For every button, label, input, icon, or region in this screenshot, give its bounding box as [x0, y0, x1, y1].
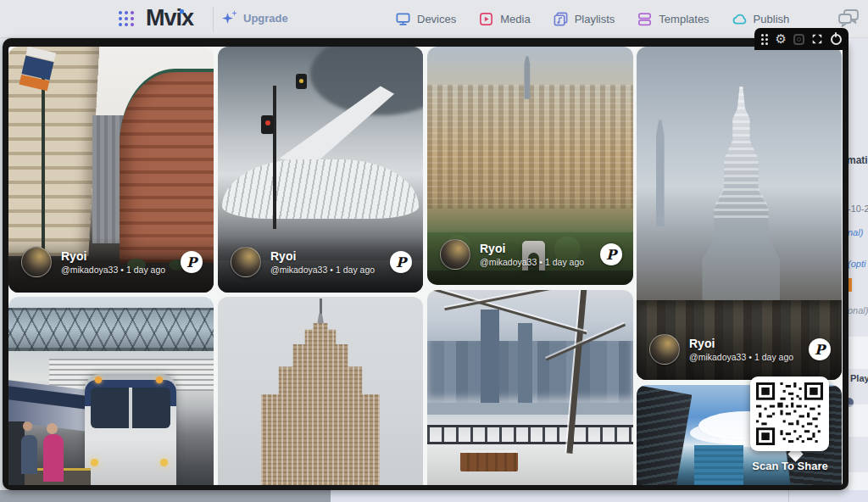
bg-text-fragment: Playl — [850, 373, 868, 383]
photo-layer — [649, 120, 672, 226]
photo-layer — [427, 85, 633, 209]
grid-dot — [131, 23, 134, 26]
avatar — [649, 334, 680, 365]
nav-label: Templates — [659, 13, 709, 25]
pinterest-icon: P — [809, 338, 831, 360]
grid-dot — [131, 11, 134, 14]
author-handle: @mikadoya33 — [689, 352, 746, 362]
photo-layer — [222, 159, 419, 219]
pinterest-icon: P — [390, 251, 412, 273]
monitor-icon — [395, 11, 411, 27]
post-time: 1 day ago — [754, 352, 793, 362]
preview-grid-button[interactable] — [761, 34, 768, 45]
bg-bottom-scroll-area[interactable] — [0, 490, 331, 502]
nav-label: Publish — [754, 13, 790, 25]
preview-settings-button[interactable]: ⚙ — [776, 33, 787, 46]
bg-bottom-divider — [788, 490, 789, 502]
topbar-divider — [213, 7, 214, 32]
apps-grid-icon[interactable] — [119, 11, 136, 29]
photo-layer — [427, 403, 633, 415]
grid-dot — [131, 17, 134, 20]
templates-icon — [637, 11, 653, 27]
grid-dot — [125, 23, 128, 26]
nav-item-media[interactable]: Media — [478, 11, 530, 27]
preview-frame: Ryoi @mikadoya33•1 day ago P — [3, 38, 849, 490]
author-handle: @mikadoya33 — [61, 265, 118, 275]
avatar — [231, 247, 261, 277]
pin-attribution: Ryoi @mikadoya33•1 day ago P — [8, 237, 214, 293]
author-meta: @mikadoya33•1 day ago — [480, 257, 600, 267]
main-nav: Devices Media Playlists Templates Publis… — [395, 0, 789, 38]
photo-layer — [481, 310, 499, 403]
bg-link-fragment[interactable]: (opti — [849, 259, 865, 269]
publish-cloud-icon — [732, 11, 748, 27]
photo-tile-street-buildings: Ryoi @mikadoya33•1 day ago P — [8, 47, 214, 293]
bg-text-fragment: -10-2 — [849, 204, 868, 214]
upgrade-button[interactable]: Upgrade — [222, 10, 288, 25]
pin-attribution: Ryoi @mikadoya33•1 day ago P — [637, 324, 842, 380]
bg-orange-highlight — [849, 278, 852, 292]
photo-layer — [427, 425, 633, 444]
nav-item-playlists[interactable]: Playlists — [553, 11, 615, 27]
meta-separator: • — [330, 265, 333, 275]
author-handle: @mikadoya33 — [270, 265, 327, 275]
author-handle: @mikadoya33 — [480, 257, 537, 267]
photo-layer — [460, 450, 518, 471]
bg-link-fragment[interactable]: nal) — [849, 227, 863, 237]
photo-layer — [21, 435, 37, 474]
photo-layer — [265, 120, 270, 126]
attribution-text: Ryoi @mikadoya33•1 day ago — [270, 249, 390, 275]
nav-label: Devices — [417, 13, 456, 25]
author-name: Ryoi — [61, 249, 181, 263]
author-name: Ryoi — [689, 337, 809, 350]
pinterest-icon: P — [600, 243, 622, 265]
photo-layer — [160, 459, 168, 466]
author-name: Ryoi — [270, 249, 390, 263]
qr-caption: Scan To Share — [736, 460, 843, 472]
mvix-app: Mvix Upgrade Devices Media Playlists — [0, 0, 868, 502]
bg-text-fragment: onal) — [849, 305, 868, 315]
logo-accent-dot — [180, 9, 184, 14]
photo-layer — [702, 86, 780, 220]
nav-label: Media — [500, 13, 530, 25]
preview-power-button[interactable] — [831, 34, 842, 45]
photo-layer — [273, 86, 276, 228]
nav-item-templates[interactable]: Templates — [637, 11, 709, 27]
photo-layer — [95, 376, 102, 383]
grid-dot — [119, 23, 122, 26]
photo-tile-oculus: Ryoi @mikadoya33•1 day ago P — [218, 47, 423, 293]
bg-bottom-strip — [331, 490, 868, 502]
qr-code — [750, 376, 829, 451]
avatar — [440, 239, 470, 270]
sparkle-icon — [222, 10, 237, 25]
photo-layer — [23, 421, 32, 431]
avatar — [21, 247, 52, 277]
bg-row — [849, 337, 868, 369]
support-chat-button[interactable] — [836, 8, 861, 30]
attribution-text: Ryoi @mikadoya33•1 day ago — [689, 337, 809, 362]
bg-row — [849, 404, 868, 437]
pin-attribution: Ryoi @mikadoya33•1 day ago P — [427, 229, 633, 285]
preview-fullscreen-button[interactable] — [811, 33, 823, 45]
top-navigation-bar: Mvix Upgrade Devices Media Playlists — [0, 0, 868, 38]
author-meta: @mikadoya33•1 day ago — [270, 265, 390, 275]
upgrade-label: Upgrade — [243, 12, 288, 25]
attribution-text: Ryoi @mikadoya33•1 day ago — [61, 249, 181, 275]
photo-tile-chrysler: Ryoi @mikadoya33•1 day ago P — [637, 47, 842, 380]
grid-dot — [119, 11, 122, 14]
photo-layer — [518, 323, 532, 403]
nav-item-publish[interactable]: Publish — [732, 11, 790, 27]
chat-bubbles-icon — [836, 8, 861, 30]
playlists-icon — [553, 11, 569, 27]
media-icon — [478, 11, 494, 27]
meta-separator: • — [748, 352, 752, 362]
photo-layer — [299, 79, 303, 83]
preview-refresh-button[interactable] — [793, 34, 804, 45]
mvix-logo: Mvix — [146, 5, 193, 31]
grid-dot — [125, 11, 128, 14]
nav-item-devices[interactable]: Devices — [395, 11, 456, 27]
photo-layer — [8, 308, 214, 351]
meta-separator: • — [539, 257, 542, 267]
photo-layer — [43, 434, 64, 482]
post-time: 1 day ago — [336, 265, 375, 275]
